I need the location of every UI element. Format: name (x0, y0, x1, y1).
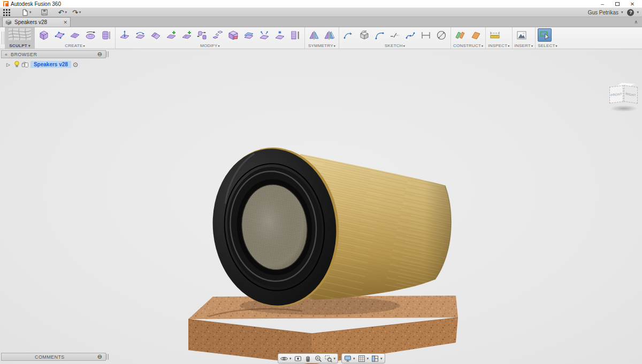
create-box-icon[interactable] (37, 28, 51, 42)
fusion-window: Autodesk Fusion 360 – ✕ ▾ ↶ ▾ ↷ ▾ Gus Pe (0, 0, 642, 364)
viewports-button[interactable]: ▾ (371, 355, 383, 362)
modify-unweld-edges-icon[interactable] (257, 28, 271, 42)
modify-crease-icon[interactable] (133, 28, 147, 42)
modify-bevel-edge-icon[interactable] (149, 28, 163, 42)
undo-icon: ↶ (58, 9, 64, 16)
app-grid-button[interactable] (3, 9, 10, 16)
comments-header[interactable]: COMMENTS ⊖ (1, 353, 106, 361)
sketch-dimension-icon[interactable] (419, 28, 433, 42)
fit-button[interactable]: ▾ (324, 355, 337, 362)
modify-weld-vertices-icon[interactable] (273, 28, 287, 42)
display-settings-icon (344, 355, 351, 362)
view-cube[interactable]: FRONT RIGHT (606, 80, 642, 114)
select-group-label[interactable]: SELECT▾ (538, 43, 557, 48)
grid-icon (358, 355, 365, 362)
zoom-button[interactable] (314, 355, 323, 362)
toolbar-group-modify: MODIFY▾ (116, 27, 305, 49)
display-settings-button[interactable]: ▾ (343, 355, 356, 362)
browser-item-label[interactable]: Speakers v28 (30, 61, 71, 68)
modify-fill-hole-icon[interactable] (226, 28, 240, 42)
redo-dropdown-arrow[interactable]: ▾ (79, 10, 81, 14)
user-account-menu[interactable]: Gus Petrikas ▾ (588, 10, 623, 16)
symmetry-mirror-duplicate-icon[interactable] (323, 28, 337, 42)
sculpt-tab-label: SCULPT▾ (9, 43, 30, 48)
construct-offset-plane-icon[interactable] (469, 28, 483, 42)
comments-menu-icon[interactable]: ⊖ (97, 354, 102, 360)
sketch-circle-icon[interactable] (434, 28, 448, 42)
browser-collapse-icon[interactable]: « (5, 52, 7, 57)
speaker-model[interactable] (177, 135, 471, 364)
redo-button[interactable]: ↷ ▾ (72, 9, 81, 16)
visibility-bulb-icon[interactable] (14, 61, 20, 68)
create-plane-icon[interactable] (52, 28, 66, 42)
sketch-fit-curves-icon[interactable] (341, 28, 355, 42)
browser-resize-handle[interactable] (106, 51, 109, 57)
toolbar-group-create: CREATE▾ (35, 27, 116, 49)
insert-group-label[interactable]: INSERT▾ (515, 43, 533, 48)
browser-menu-icon[interactable]: ⊖ (97, 51, 102, 57)
sketch-arc-icon[interactable] (372, 28, 386, 42)
sculpt-weave-icon (9, 28, 31, 40)
toolbar-group-select: SELECT▾ (536, 27, 560, 49)
help-dropdown-arrow: ▾ (637, 10, 639, 14)
toolbar-collapse-button[interactable]: ∧ (634, 19, 638, 25)
orbit-button[interactable]: ▾ (280, 355, 292, 362)
undo-button[interactable]: ↶ ▾ (58, 9, 67, 16)
modify-thicken-icon[interactable] (242, 28, 256, 42)
inspect-measure-icon[interactable] (488, 28, 502, 42)
symmetry-mirror-internal-icon[interactable] (307, 28, 321, 42)
modify-bridge-icon[interactable] (211, 28, 225, 42)
modify-insert-edge-icon[interactable] (164, 28, 178, 42)
file-icon (22, 9, 28, 16)
view-cube-front-face[interactable]: FRONT (609, 85, 623, 103)
modify-match-icon[interactable] (288, 28, 302, 42)
document-tab-title: Speakers v28 (14, 19, 60, 25)
file-menu-button[interactable]: ▾ (22, 9, 32, 16)
help-menu[interactable]: ? ▾ (627, 9, 639, 16)
modify-group-label[interactable]: MODIFY▾ (118, 43, 302, 48)
model-canvas[interactable]: « BROWSER ⊖ ▷ Speakers v28 ⊙ COMMENTS ⊖ (0, 49, 642, 364)
toolbar-group-sketch: SKETCH▾ (339, 27, 451, 49)
view-cube-right-face[interactable]: RIGHT (624, 85, 638, 104)
sketch-group-label[interactable]: SKETCH▾ (341, 43, 448, 48)
browser-panel: « BROWSER ⊖ ▷ Speakers v28 ⊙ (1, 50, 106, 69)
browser-root-item[interactable]: ▷ Speakers v28 ⊙ (1, 60, 106, 69)
save-icon (41, 9, 48, 16)
maximize-button[interactable] (610, 0, 625, 7)
help-icon: ? (627, 9, 634, 16)
grid-display-button[interactable]: ▾ (357, 355, 370, 362)
workspace-tab-sculpt[interactable]: SCULPT▾ (5, 27, 35, 49)
sketch-line-icon[interactable] (388, 28, 402, 42)
view-cube-shadow (610, 105, 638, 112)
create-revolve-icon[interactable] (83, 28, 97, 42)
modify-subdivide-icon[interactable] (180, 28, 194, 42)
construct-midplane-icon[interactable] (453, 28, 467, 42)
browser-header[interactable]: « BROWSER ⊖ (1, 50, 106, 58)
document-tab[interactable]: Speakers v28 ✕ (2, 17, 71, 27)
tab-close-button[interactable]: ✕ (63, 20, 67, 25)
select-tool-icon[interactable] (538, 28, 552, 42)
minimize-button[interactable]: – (595, 0, 610, 7)
pan-button[interactable] (304, 355, 312, 362)
toolbar-group-symmetry: SYMMETRY▾ (305, 27, 339, 49)
inspect-group-label[interactable]: INSPECT▾ (488, 43, 509, 48)
create-face-icon[interactable] (68, 28, 82, 42)
look-at-button[interactable] (294, 355, 302, 362)
construct-group-label[interactable]: CONSTRUCT▾ (453, 43, 483, 48)
sketch-project-include-icon[interactable] (357, 28, 371, 42)
close-button[interactable]: ✕ (625, 0, 640, 7)
expand-arrow-icon[interactable]: ▷ (6, 62, 10, 67)
activate-component-radio[interactable]: ⊙ (73, 61, 78, 68)
symmetry-group-label[interactable]: SYMMETRY▾ (307, 43, 337, 48)
save-button[interactable] (41, 9, 48, 16)
undo-dropdown-arrow[interactable]: ▾ (65, 10, 67, 14)
display-settings-group: ▾ ▾ ▾ (341, 353, 385, 363)
create-primitive-cylinder-icon[interactable] (99, 28, 113, 42)
modify-merge-edge-icon[interactable] (195, 28, 209, 42)
toolbar-grip-handle[interactable] (2, 32, 4, 44)
sketch-spline-icon[interactable] (403, 28, 417, 42)
modify-edit-form-icon[interactable] (118, 28, 132, 42)
comments-resize-handle[interactable] (106, 354, 109, 360)
insert-attached-canvas-icon[interactable] (515, 28, 529, 42)
create-group-label[interactable]: CREATE▾ (37, 43, 113, 48)
